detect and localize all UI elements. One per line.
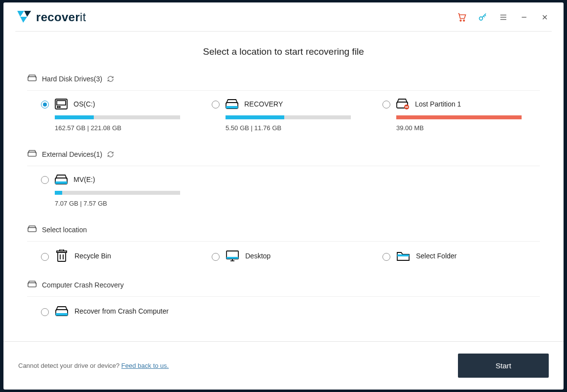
- location-name: Desktop: [245, 252, 270, 260]
- folder-icon: [396, 249, 410, 262]
- drive-icon: [55, 174, 68, 185]
- drive-stats: 7.07 GB | 7.57 GB: [55, 200, 180, 207]
- section-header-sel: Select location: [27, 223, 540, 236]
- logo: recoverit: [17, 10, 86, 24]
- radio-osc[interactable]: [41, 101, 49, 108]
- drive-group-icon: [27, 280, 37, 289]
- section-label: External Devices(1): [42, 150, 102, 158]
- radio-mve[interactable]: [41, 176, 49, 184]
- radio-desk[interactable]: [212, 253, 220, 261]
- separator: [27, 166, 540, 166]
- drive-row-hdd: OS(C:) 162.57 GB | 221.08 GB RECOVERY 5.…: [27, 99, 540, 132]
- close-icon[interactable]: [540, 12, 550, 22]
- drive-icon: [226, 99, 238, 109]
- footer-prompt: Cannot detect your drive or device?: [18, 362, 121, 369]
- section-header-crash: Computer Crash Recovery: [27, 278, 540, 291]
- location-name: Select Folder: [416, 252, 456, 260]
- titlebar: recoverit: [3, 2, 564, 31]
- radio-bin[interactable]: [41, 253, 49, 261]
- usage-bar: [396, 115, 522, 119]
- svg-point-0: [460, 20, 461, 21]
- svg-point-13: [59, 107, 60, 107]
- drive-stats: 162.57 GB | 221.08 GB: [55, 124, 180, 132]
- drive-stats: 5.50 GB | 11.76 GB: [226, 124, 351, 132]
- usage-bar: [55, 191, 180, 195]
- drive-group-icon: [27, 149, 37, 159]
- drive-item-recovery[interactable]: RECOVERY 5.50 GB | 11.76 GB: [198, 99, 351, 132]
- key-icon[interactable]: [478, 12, 488, 22]
- refresh-icon[interactable]: [107, 75, 114, 82]
- drive-item-mve[interactable]: MV(E:) 7.07 GB | 7.57 GB: [27, 174, 180, 207]
- svg-rect-15: [226, 106, 238, 108]
- svg-rect-22: [28, 228, 37, 232]
- radio-fold[interactable]: [382, 253, 390, 261]
- section-label: Hard Disk Drives(3): [42, 75, 102, 83]
- drive-group-icon: [27, 74, 37, 83]
- svg-rect-25: [60, 249, 64, 251]
- svg-point-12: [57, 107, 58, 107]
- drive-icon: [55, 305, 69, 318]
- location-desktop[interactable]: Desktop: [198, 249, 351, 262]
- svg-rect-32: [397, 254, 409, 256]
- cart-icon[interactable]: [457, 12, 467, 22]
- svg-rect-23: [58, 252, 66, 261]
- svg-rect-9: [28, 77, 37, 81]
- logo-icon: [17, 11, 32, 24]
- logo-text: recoverit: [36, 10, 86, 24]
- drive-name: Lost Partition 1: [415, 100, 461, 108]
- section-label: Select location: [42, 226, 87, 234]
- recycle-bin-icon: [55, 249, 69, 262]
- drive-name: MV(E:): [74, 176, 95, 183]
- section-header-ext: External Devices(1): [27, 147, 540, 161]
- minimize-icon[interactable]: [519, 12, 529, 22]
- footer: Cannot detect your drive or device? Feed…: [3, 341, 564, 390]
- radio-lost[interactable]: [382, 101, 390, 108]
- svg-point-2: [479, 17, 483, 20]
- lost-partition-icon: [396, 99, 409, 109]
- desktop-icon: [226, 249, 239, 262]
- location-select-folder[interactable]: Select Folder: [369, 249, 522, 262]
- footer-text: Cannot detect your drive or device? Feed…: [18, 362, 169, 369]
- drive-name: OS(C:): [74, 100, 95, 108]
- start-button[interactable]: Start: [458, 354, 549, 378]
- svg-rect-35: [56, 313, 68, 316]
- svg-rect-29: [227, 257, 238, 259]
- menu-icon[interactable]: [498, 12, 508, 22]
- page-heading: Select a location to start recovering fi…: [27, 46, 540, 57]
- section-label: Computer Crash Recovery: [42, 281, 124, 289]
- svg-rect-21: [55, 181, 67, 184]
- location-name: Recover from Crash Computer: [75, 307, 169, 315]
- radio-crash[interactable]: [41, 308, 49, 316]
- drive-stats: 39.00 MB: [396, 124, 522, 132]
- svg-rect-19: [28, 152, 37, 156]
- drive-row-ext: MV(E:) 7.07 GB | 7.57 GB: [27, 174, 540, 207]
- svg-rect-18: [405, 107, 408, 107]
- radio-recovery[interactable]: [212, 101, 220, 108]
- app-window: recoverit Select a location to start rec…: [3, 2, 564, 390]
- section-header-hdd: Hard Disk Drives(3): [27, 72, 540, 85]
- svg-rect-11: [57, 101, 66, 105]
- svg-point-1: [463, 20, 465, 21]
- svg-rect-33: [28, 283, 37, 287]
- main-content: Select a location to start recovering fi…: [3, 32, 564, 341]
- refresh-icon[interactable]: [107, 151, 114, 158]
- system-drive-icon: [55, 99, 68, 109]
- drive-name: RECOVERY: [244, 100, 283, 108]
- location-crash[interactable]: Recover from Crash Computer: [27, 305, 180, 318]
- drive-item-osc[interactable]: OS(C:) 162.57 GB | 221.08 GB: [27, 99, 180, 132]
- window-controls: [457, 12, 550, 22]
- usage-bar: [226, 115, 351, 119]
- separator: [27, 90, 540, 91]
- feedback-link[interactable]: Feed back to us.: [121, 362, 169, 369]
- separator: [27, 296, 540, 297]
- drive-item-lost[interactable]: Lost Partition 1 39.00 MB: [369, 99, 522, 132]
- usage-bar: [55, 115, 180, 119]
- crash-row: Recover from Crash Computer: [27, 305, 540, 318]
- separator: [27, 241, 540, 242]
- location-recycle-bin[interactable]: Recycle Bin: [27, 249, 180, 262]
- location-name: Recycle Bin: [75, 252, 111, 260]
- location-row: Recycle Bin Desktop Select Folder: [27, 249, 540, 262]
- drive-group-icon: [27, 225, 37, 234]
